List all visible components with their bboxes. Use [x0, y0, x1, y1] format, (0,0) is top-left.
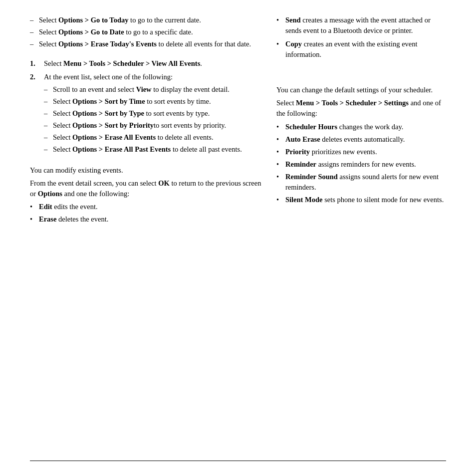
modify-bullet-list: Edit edits the event. Erase deletes the … — [30, 202, 261, 225]
send-copy-bullet-list: Send creates a message with the event at… — [276, 15, 446, 60]
step-1-content: Select Menu > Tools > Scheduler > View A… — [44, 58, 261, 69]
bold-scheduler-hours: Scheduler Hours — [285, 123, 337, 131]
two-column-layout: Select Options > Go to Today to go to th… — [30, 15, 446, 230]
bold-erase-today: Options > Erase Today's Events — [58, 40, 157, 48]
bold-erase-all: Options > Erase All Events — [72, 133, 156, 141]
bold-auto-erase: Auto Erase — [285, 135, 320, 143]
step-2: 2. At the event list, select one of the … — [30, 72, 261, 156]
bold-menu-settings: Menu > Tools > Scheduler > Settings — [296, 99, 409, 107]
bold-view: View — [136, 85, 152, 93]
scheduler-settings-desc: Select Menu > Tools > Scheduler > Settin… — [276, 98, 446, 119]
bold-copy: Copy — [285, 40, 302, 48]
numbered-list: 1. Select Menu > Tools > Scheduler > Vie… — [30, 58, 261, 156]
bullet-scheduler-hours: Scheduler Hours changes the work day. — [276, 122, 446, 132]
modify-intro: You can modify existing events. — [30, 165, 261, 176]
step-2-number: 2. — [30, 72, 44, 156]
left-column: Select Options > Go to Today to go to th… — [30, 15, 261, 230]
scheduler-settings-list: Scheduler Hours changes the work day. Au… — [276, 122, 446, 205]
bold-ok: OK — [158, 179, 170, 187]
bold-silent-mode: Silent Mode — [285, 196, 323, 204]
bullet-reminder: Reminder assigns reminders for new event… — [276, 159, 446, 170]
bold-go-today: Options > Go to Today — [58, 16, 128, 24]
top-dash-list: Select Options > Go to Today to go to th… — [30, 15, 261, 49]
step2-dash-erase-all: Select Options > Erase All Events to del… — [44, 132, 261, 143]
bullet-auto-erase: Auto Erase deletes events automatically. — [276, 134, 446, 145]
bold-options-modify: Options — [38, 190, 62, 198]
bullet-reminder-sound: Reminder Sound assigns sound alerts for … — [276, 172, 446, 193]
bold-sort-time: Options > Sort by Time — [72, 97, 145, 105]
bold-reminder: Reminder — [285, 160, 316, 168]
bold-sort-priority: Options > Sort by Priority — [72, 121, 154, 129]
modify-erase: Erase deletes the event. — [30, 214, 261, 225]
dash-item-go-today: Select Options > Go to Today to go to th… — [30, 15, 261, 25]
modify-desc: From the event detail screen, you can se… — [30, 178, 261, 199]
step2-dash-sort-type: Select Options > Sort by Type to sort ev… — [44, 108, 261, 119]
step-2-dash-list: Scroll to an event and select View to di… — [44, 84, 261, 155]
numbered-steps-section: 1. Select Menu > Tools > Scheduler > Vie… — [30, 58, 261, 156]
dash-item-go-date: Select Options > Go to Date to go to a s… — [30, 27, 261, 37]
bold-reminder-sound: Reminder Sound — [285, 173, 338, 181]
bullet-silent-mode: Silent Mode sets phone to silent mode fo… — [276, 195, 446, 205]
right-column: Send creates a message with the event at… — [276, 15, 446, 230]
bold-send: Send — [285, 16, 301, 24]
bullet-copy: Copy creates an event with the existing … — [276, 39, 446, 60]
bold-sort-type: Options > Sort by Type — [72, 109, 144, 117]
step-1-number: 1. — [30, 58, 44, 69]
bullet-send: Send creates a message with the event at… — [276, 15, 446, 36]
step2-dash-sort-priority: Select Options > Sort by Priorityto sort… — [44, 120, 261, 131]
bold-erase: Erase — [39, 215, 56, 223]
step2-dash-erase-past: Select Options > Erase All Past Events t… — [44, 144, 261, 155]
page-divider — [30, 461, 446, 461]
bold-edit: Edit — [39, 203, 52, 211]
scheduler-settings-intro: You can change the default settings of y… — [276, 85, 446, 95]
step2-dash-view: Scroll to an event and select View to di… — [44, 84, 261, 95]
top-dash-section: Select Options > Go to Today to go to th… — [30, 15, 261, 49]
step2-dash-sort-time: Select Options > Sort by Time to sort ev… — [44, 96, 261, 107]
bullet-priority: Priority prioritizes new events. — [276, 147, 446, 157]
bold-erase-past: Options > Erase All Past Events — [72, 145, 171, 153]
step-1: 1. Select Menu > Tools > Scheduler > Vie… — [30, 58, 261, 69]
step-2-content: At the event list, select one of the fol… — [44, 72, 261, 156]
bold-go-date: Options > Go to Date — [58, 28, 124, 36]
bold-step1: Menu > Tools > Scheduler > View All Even… — [63, 59, 200, 67]
bold-priority: Priority — [285, 148, 310, 156]
modify-edit: Edit edits the event. — [30, 202, 261, 212]
dash-item-erase-today: Select Options > Erase Today's Events to… — [30, 39, 261, 49]
right-section-send-copy: Send creates a message with the event at… — [276, 15, 446, 60]
page-container: Select Options > Go to Today to go to th… — [0, 0, 476, 476]
right-section-scheduler-settings: You can change the default settings of y… — [276, 85, 446, 205]
modify-section: You can modify existing events. From the… — [30, 165, 261, 225]
